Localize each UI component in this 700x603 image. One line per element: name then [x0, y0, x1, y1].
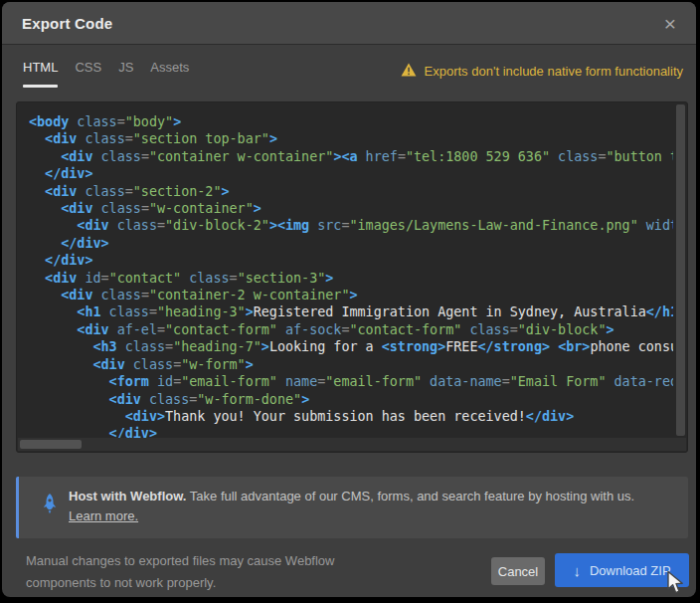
vertical-scrollbar-thumb[interactable]: [676, 104, 685, 436]
download-arrow-icon: ↓: [573, 563, 581, 578]
horizontal-scrollbar-track[interactable]: [18, 438, 686, 451]
footer-note: Manual changes to exported files may cau…: [26, 550, 404, 594]
code-line: <div>Thank you! Your submission has been…: [29, 408, 673, 425]
code-line: <h3 class="heading-7">Looking for a <str…: [29, 338, 673, 355]
banner-bold: Host with Webflow.: [69, 489, 186, 503]
learn-more-link[interactable]: Learn more.: [69, 508, 138, 523]
form-warning: Exports don't include native form functi…: [401, 63, 683, 80]
banner-text: Host with Webflow. Take full advantage o…: [69, 487, 672, 526]
code-line: <div class="container w-container"><a hr…: [29, 148, 673, 165]
code-line: </div>: [29, 425, 673, 438]
code-line: <h1 class="heading-3">Registered Immigra…: [29, 303, 673, 320]
tab-js[interactable]: JS: [118, 60, 133, 88]
close-icon[interactable]: ×: [664, 13, 676, 34]
code-line: <div class="w-container">: [29, 200, 673, 217]
page-title: Export Code: [22, 15, 112, 32]
code-line: </div>: [29, 165, 673, 182]
tab-assets[interactable]: Assets: [150, 60, 189, 88]
export-code-dialog: Export Code × HTML CSS JS Assets Exports…: [2, 2, 696, 597]
footer-note-line-2: components to not work properly.: [26, 572, 404, 594]
code-editor[interactable]: <body class="body"> <div class="section …: [16, 101, 688, 453]
code-line: <div class="container-2 w-container">: [29, 287, 673, 303]
code-line: <div af-el="contact-form" af-sock="conta…: [29, 321, 673, 338]
code-line: <div id="contact" class="section-3">: [29, 270, 673, 287]
footer-note-line-1: Manual changes to exported files may cau…: [26, 550, 404, 572]
tab-css[interactable]: CSS: [75, 60, 101, 88]
dialog-title-bar: Export Code ×: [2, 2, 696, 45]
download-zip-button[interactable]: ↓ Download ZIP: [555, 553, 689, 587]
tab-html[interactable]: HTML: [23, 60, 58, 88]
banner-message: Take full advantage of our CMS, forms, a…: [186, 489, 634, 503]
download-zip-label: Download ZIP: [590, 563, 671, 578]
code-line: </div>: [29, 235, 673, 252]
tab-bar: HTML CSS JS Assets: [23, 60, 189, 88]
host-with-webflow-banner: Host with Webflow. Take full advantage o…: [16, 477, 688, 538]
cancel-button[interactable]: Cancel: [491, 557, 545, 585]
code-line: <form id="email-form" name="email-form" …: [29, 373, 673, 390]
code-content: <body class="body"> <div class="section …: [29, 113, 673, 438]
code-line: <div class="w-form-done">: [29, 391, 673, 408]
code-line: <div class="div-block-2"><img src="image…: [29, 217, 673, 234]
horizontal-scrollbar-thumb[interactable]: [20, 440, 82, 449]
code-line: </div>: [29, 252, 673, 269]
code-line: <div class="w-form">: [29, 356, 673, 373]
warning-text: Exports don't include native form functi…: [425, 64, 683, 79]
code-line: <div class="section-2">: [29, 183, 673, 200]
code-line: <div class="section top-bar">: [29, 130, 673, 147]
rocket-icon: [40, 493, 60, 520]
warning-triangle-icon: [401, 63, 417, 80]
banner-line-1: Host with Webflow. Take full advantage o…: [69, 487, 672, 506]
code-line: <body class="body">: [29, 113, 673, 130]
